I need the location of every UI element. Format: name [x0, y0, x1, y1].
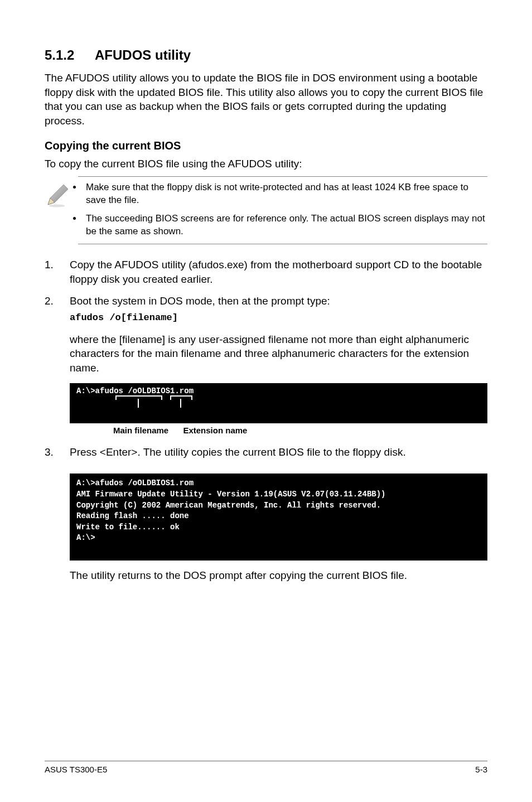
bracket-line	[170, 395, 192, 400]
step-text: Boot the system in DOS mode, then at the…	[70, 294, 487, 308]
footer-left: ASUS TS300-E5	[45, 765, 107, 774]
terminal-line: A:\>afudos /oOLDBIOS1.rom	[76, 386, 481, 395]
step-item: 2. Boot the system in DOS mode, then at …	[45, 294, 487, 375]
section-title: AFUDOS utility	[95, 47, 191, 62]
bracket-line	[115, 395, 162, 400]
terminal-line: A:\>	[76, 533, 481, 544]
command-text: afudos /o[filename]	[70, 312, 487, 325]
bracket-line	[138, 399, 139, 408]
terminal-block: A:\>afudos /oOLDBIOS1.rom AMI Firmware U…	[70, 474, 487, 561]
sub-heading: Copying the current BIOS	[45, 139, 487, 152]
intro-paragraph: The AFUDOS utility allows you to update …	[45, 71, 487, 128]
step-index: 1.	[45, 258, 70, 286]
note-item: The succeeding BIOS screens are for refe…	[83, 212, 487, 238]
section-number: 5.1.2	[45, 47, 95, 63]
terminal-line: A:\>afudos /oOLDBIOS1.rom	[76, 478, 481, 489]
terminal-line: Write to file...... ok	[76, 522, 481, 533]
closing-paragraph: The utility returns to the DOS prompt af…	[70, 568, 487, 583]
step-text: Press <Enter>. The utility copies the cu…	[70, 445, 487, 460]
annotation-main-filename: Main filename	[113, 426, 168, 435]
pencil-icon	[45, 181, 72, 210]
terminal-block: A:\>afudos /oOLDBIOS1.rom	[70, 383, 487, 423]
step-index: 2.	[45, 294, 70, 375]
terminal-line: Reading flash ..... done	[76, 511, 481, 522]
section-heading: 5.1.2AFUDOS utility	[45, 47, 487, 63]
terminal-line: AMI Firmware Update Utility - Version 1.…	[76, 489, 481, 500]
svg-point-2	[49, 205, 65, 207]
annotation-extension-name: Extension name	[183, 426, 247, 435]
step-explain: where the [filename] is any user-assigne…	[70, 332, 487, 375]
sub-intro: To copy the current BIOS file using the …	[45, 157, 487, 171]
annotation-labels: Main filename Extension name	[70, 423, 487, 445]
step-index: 3.	[45, 445, 70, 460]
page-footer: ASUS TS300-E5 5-3	[45, 761, 487, 774]
terminal-line: Copyright (C) 2002 American Megatrends, …	[76, 500, 481, 511]
footer-right: 5-3	[475, 765, 487, 774]
step-text: Copy the AFUDOS utility (afudos.exe) fro…	[70, 258, 487, 286]
note-box: Make sure that the floppy disk is not wr…	[78, 176, 487, 244]
step-item: 3. Press <Enter>. The utility copies the…	[45, 445, 487, 460]
note-list: Make sure that the floppy disk is not wr…	[72, 181, 487, 239]
note-item: Make sure that the floppy disk is not wr…	[83, 181, 487, 207]
bracket-line	[180, 399, 181, 408]
step-item: 1. Copy the AFUDOS utility (afudos.exe) …	[45, 258, 487, 286]
